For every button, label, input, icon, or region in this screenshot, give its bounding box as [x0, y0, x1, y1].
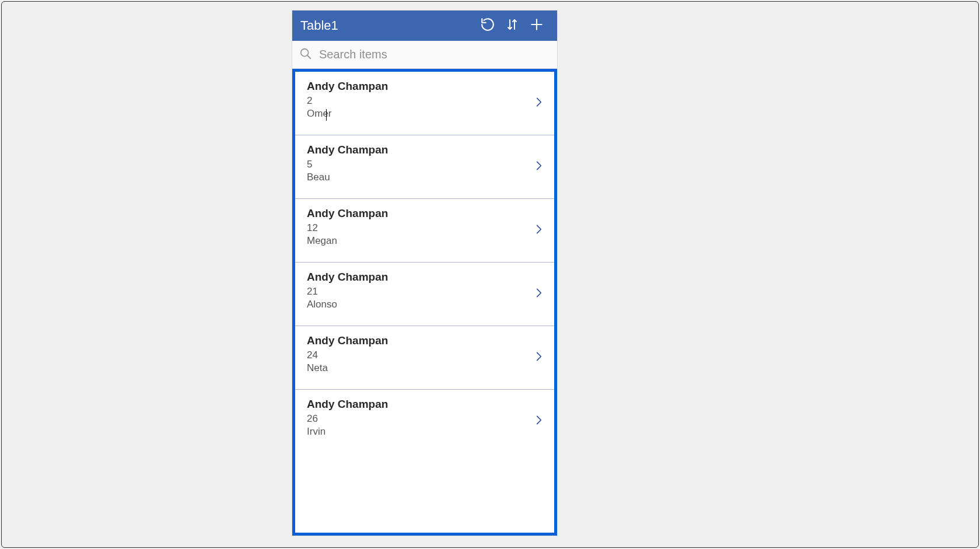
item-subtitle: 21 — [307, 286, 542, 298]
chevron-right-icon — [533, 283, 545, 305]
list-item[interactable]: Andy Champan 21 Alonso — [295, 263, 554, 326]
sort-icon — [505, 17, 519, 34]
navigate-button[interactable] — [533, 219, 545, 242]
item-subtitle: 2 — [307, 95, 542, 107]
gallery[interactable]: Andy Champan 2 Omer Andy Champan 5 — [295, 72, 554, 533]
item-title: Andy Champan — [307, 144, 542, 156]
item-title: Andy Champan — [307, 334, 542, 347]
list-item[interactable]: Andy Champan 12 Megan — [295, 199, 554, 263]
item-title: Andy Champan — [307, 80, 542, 93]
gallery-selection-outline: Andy Champan 2 Omer Andy Champan 5 — [292, 69, 557, 536]
item-title: Andy Champan — [307, 398, 542, 411]
screen-title: Table1 — [300, 18, 475, 33]
navigate-button[interactable] — [533, 92, 545, 114]
text-caret — [326, 109, 327, 121]
item-title: Andy Champan — [307, 271, 542, 284]
sort-button[interactable] — [500, 11, 524, 41]
item-body: Irvin — [307, 426, 542, 438]
item-title: Andy Champan — [307, 207, 542, 220]
item-subtitle: 12 — [307, 222, 542, 234]
navigate-button[interactable] — [533, 156, 545, 178]
list-item[interactable]: Andy Champan 24 Neta — [295, 326, 554, 390]
svg-line-5 — [307, 55, 311, 58]
item-subtitle: 5 — [307, 159, 542, 170]
item-subtitle: 24 — [307, 349, 542, 361]
navigate-button[interactable] — [533, 347, 545, 369]
chevron-right-icon — [533, 92, 545, 114]
search-input[interactable] — [318, 44, 550, 65]
chevron-right-icon — [533, 219, 545, 242]
app-screen: Table1 — [292, 11, 557, 536]
chevron-right-icon — [533, 347, 545, 369]
item-body: Alonso — [307, 299, 542, 310]
chevron-right-icon — [533, 410, 545, 432]
item-body: Beau — [307, 172, 542, 183]
item-body: Omer — [307, 108, 542, 120]
item-subtitle: 26 — [307, 413, 542, 425]
search-bar — [292, 41, 557, 69]
refresh-button[interactable] — [475, 11, 500, 41]
list-item[interactable]: Andy Champan 5 Beau — [295, 135, 554, 199]
plus-icon — [529, 17, 544, 34]
refresh-icon — [480, 17, 495, 34]
search-icon — [299, 47, 312, 62]
navigate-button[interactable] — [533, 410, 545, 432]
app-bar: Table1 — [292, 11, 557, 41]
chevron-right-icon — [533, 156, 545, 178]
navigate-button[interactable] — [533, 283, 545, 305]
item-body: Megan — [307, 235, 542, 247]
add-button[interactable] — [524, 11, 549, 41]
item-body: Neta — [307, 362, 542, 374]
list-item[interactable]: Andy Champan 26 Irvin — [295, 390, 554, 453]
list-item[interactable]: Andy Champan 2 Omer — [295, 72, 554, 135]
